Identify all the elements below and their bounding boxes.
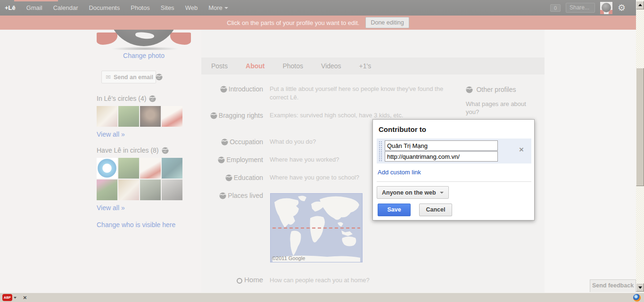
browser-scrollbar[interactable] bbox=[636, 0, 644, 293]
world-map-image bbox=[271, 194, 362, 262]
public-globe-icon[interactable] bbox=[218, 156, 225, 163]
nav-link-gmail[interactable]: Gmail bbox=[26, 4, 42, 11]
in-circles-avatars bbox=[97, 106, 182, 127]
navbar-links: +Lê Gmail Calendar Documents Photos Site… bbox=[5, 0, 228, 16]
scrollbar-thumb[interactable] bbox=[636, 68, 644, 186]
tab-videos[interactable]: Videos bbox=[321, 62, 341, 70]
avatar-woman-field[interactable] bbox=[118, 106, 139, 127]
places-lived-map[interactable]: ©2011 Google bbox=[270, 193, 363, 262]
dialog-title: Contributor to bbox=[379, 125, 426, 133]
public-globe-icon[interactable] bbox=[149, 95, 156, 102]
send-email-button[interactable]: ✉ Send an email bbox=[101, 71, 156, 83]
section-value-introduction[interactable]: Put a little about yourself here so peop… bbox=[270, 85, 448, 102]
public-globe-icon[interactable] bbox=[219, 192, 226, 199]
other-profiles-hint: What pages are about you? bbox=[466, 100, 532, 116]
edit-notice-message: Click on the parts of your profile you w… bbox=[227, 19, 359, 26]
in-circles-heading: In Lê's circles (4) bbox=[97, 95, 156, 102]
section-label-introduction: Introduction bbox=[201, 85, 263, 93]
avatar-woman-field[interactable] bbox=[118, 158, 139, 179]
send-feedback-button[interactable]: Send feedback bbox=[590, 279, 636, 292]
profile-photo[interactable] bbox=[97, 30, 191, 50]
avatar-woman-flowers[interactable] bbox=[97, 180, 117, 200]
chevron-down-icon[interactable] bbox=[14, 297, 17, 299]
section-label-employment: Employment bbox=[201, 155, 263, 164]
triangle-down-icon bbox=[638, 286, 642, 289]
have-in-circles-heading: Have Lê in circles (8) bbox=[97, 147, 169, 154]
notifications-badge[interactable]: 0 bbox=[550, 4, 561, 12]
private-ring-icon[interactable] bbox=[237, 278, 242, 284]
avatar-man-portrait[interactable] bbox=[140, 106, 161, 127]
avatar-puppy[interactable] bbox=[118, 180, 139, 200]
cancel-button[interactable]: Cancel bbox=[419, 204, 452, 216]
scroll-up-button[interactable] bbox=[636, 1, 644, 9]
public-globe-icon[interactable] bbox=[225, 174, 232, 181]
nav-link-profile[interactable]: +Lê bbox=[5, 4, 16, 11]
photo-flame-right bbox=[170, 33, 191, 45]
public-globe-icon[interactable] bbox=[221, 139, 228, 146]
photo-flame-left bbox=[97, 33, 117, 45]
gear-icon[interactable]: ⚙ bbox=[618, 3, 626, 12]
section-label-home: Home bbox=[201, 276, 263, 284]
change-photo-link[interactable]: Change photo bbox=[97, 52, 191, 59]
photo-shadow bbox=[111, 47, 179, 50]
view-all-link[interactable]: View all » bbox=[97, 204, 125, 212]
share-button[interactable]: Share... bbox=[566, 3, 595, 13]
public-globe-icon[interactable] bbox=[220, 86, 227, 93]
public-globe-icon[interactable] bbox=[162, 147, 169, 154]
envelope-icon: ✉ bbox=[106, 73, 111, 81]
close-icon[interactable]: × bbox=[23, 294, 27, 301]
avatar-q-logo[interactable] bbox=[97, 158, 117, 179]
send-email-label: Send an email bbox=[114, 74, 153, 81]
public-globe-icon[interactable] bbox=[210, 112, 217, 119]
change-visible-link[interactable]: Change who is visible here bbox=[97, 221, 175, 229]
nav-link-photos[interactable]: Photos bbox=[131, 4, 149, 11]
map-attribution: ©2011 Google bbox=[272, 255, 305, 261]
drag-handle[interactable] bbox=[379, 141, 382, 162]
public-globe-icon[interactable] bbox=[156, 73, 163, 81]
section-label-education: Education bbox=[201, 173, 263, 182]
link-name-input[interactable] bbox=[385, 140, 498, 151]
public-globe-icon[interactable] bbox=[466, 86, 473, 93]
section-value-occupation[interactable]: What do you do? bbox=[270, 138, 316, 146]
remove-link-icon[interactable]: × bbox=[519, 146, 524, 154]
avatar-cartoon-lamp[interactable] bbox=[140, 158, 161, 179]
done-editing-button[interactable]: Done editing bbox=[365, 17, 409, 28]
link-url-input[interactable] bbox=[385, 151, 498, 162]
section-label-places: Places lived bbox=[201, 191, 263, 200]
section-value-employment[interactable]: Where have you worked? bbox=[270, 155, 339, 164]
scroll-down-button[interactable] bbox=[636, 283, 644, 292]
nav-link-web[interactable]: Web bbox=[185, 4, 198, 11]
section-value-education[interactable]: Where have you gone to school? bbox=[270, 173, 359, 182]
tab-posts[interactable]: Posts bbox=[211, 62, 228, 70]
visibility-dropdown[interactable]: Anyone on the web bbox=[377, 186, 449, 199]
nav-link-calendar[interactable]: Calendar bbox=[53, 4, 78, 11]
google-navbar: +Lê Gmail Calendar Documents Photos Site… bbox=[0, 0, 636, 16]
add-custom-link[interactable]: Add custom link bbox=[378, 169, 421, 176]
firefox-icon[interactable] bbox=[633, 294, 641, 302]
profile-tabs: Posts About Photos Videos +1's bbox=[201, 57, 545, 74]
save-button[interactable]: Save bbox=[378, 204, 411, 216]
avatar-man-standing[interactable] bbox=[162, 180, 182, 200]
link-entry-row: × bbox=[377, 139, 531, 163]
avatar-puppy[interactable] bbox=[97, 106, 117, 127]
section-value-bragging[interactable]: Examples: survived high school, have 3 k… bbox=[270, 111, 448, 120]
chevron-down-icon bbox=[224, 7, 228, 9]
other-profiles-label: Other profiles bbox=[466, 85, 516, 94]
avatar-cartoon-chair[interactable] bbox=[162, 106, 182, 127]
dialog-divider bbox=[377, 181, 531, 182]
view-all-link[interactable]: View all » bbox=[97, 131, 125, 138]
nav-link-documents[interactable]: Documents bbox=[89, 4, 120, 11]
adblock-icon[interactable]: ABP bbox=[2, 294, 12, 301]
section-label-bragging: Bragging rights bbox=[201, 111, 263, 120]
nav-link-sites[interactable]: Sites bbox=[161, 4, 174, 11]
edit-notice-bar: Click on the parts of your profile you w… bbox=[0, 16, 636, 30]
avatar-motorbike[interactable] bbox=[140, 180, 161, 200]
tab-plusones[interactable]: +1's bbox=[359, 62, 372, 70]
avatar-father-baby[interactable] bbox=[162, 158, 182, 179]
nav-menu-more[interactable]: More bbox=[208, 4, 228, 11]
section-value-home[interactable]: How can people reach you at home? bbox=[270, 276, 370, 285]
contributor-dialog: Contributor to × Add custom link Anyone … bbox=[372, 119, 535, 220]
user-avatar[interactable] bbox=[600, 2, 612, 14]
tab-photos[interactable]: Photos bbox=[282, 62, 303, 70]
tab-about[interactable]: About bbox=[246, 62, 264, 70]
